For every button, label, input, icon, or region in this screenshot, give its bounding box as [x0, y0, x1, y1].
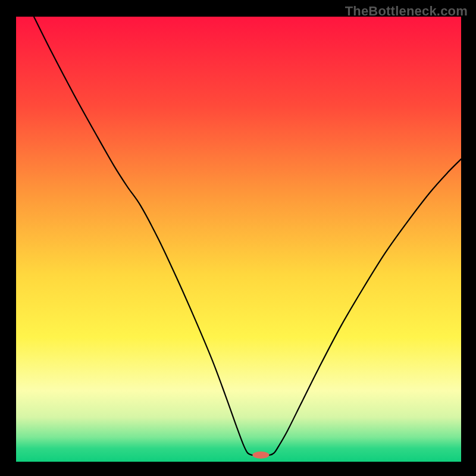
bottleneck-chart	[0, 0, 476, 476]
chart-frame: TheBottleneck.com	[0, 0, 476, 476]
optimal-marker	[252, 452, 269, 459]
attribution-label: TheBottleneck.com	[345, 4, 468, 19]
